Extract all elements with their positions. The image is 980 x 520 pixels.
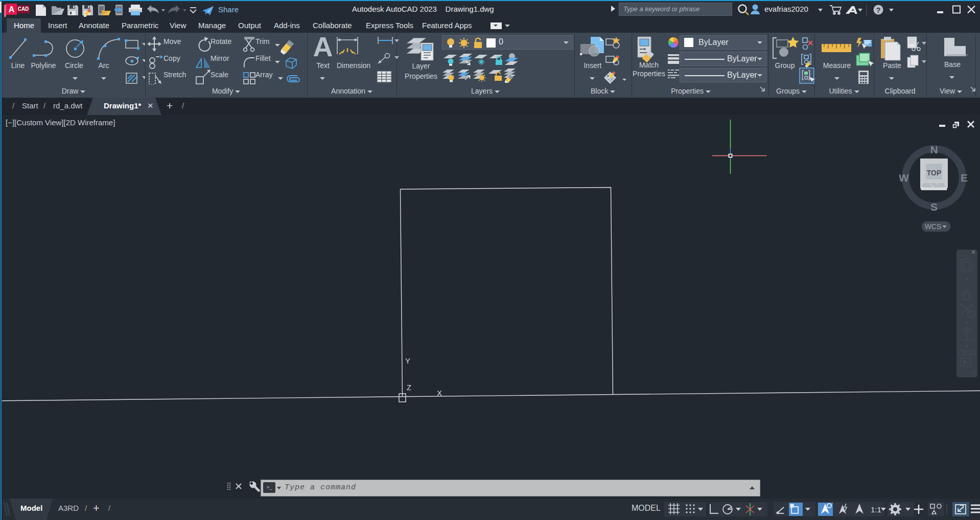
svg-text:N: N <box>930 144 938 155</box>
svg-text:?: ? <box>876 6 881 14</box>
svg-text:W: W <box>899 172 909 184</box>
svg-text:X: X <box>437 389 442 397</box>
svg-text:S: S <box>930 201 938 213</box>
svg-text:E: E <box>961 172 968 184</box>
svg-text:1:1: 1:1 <box>871 505 881 514</box>
svg-text:WCS: WCS <box>925 222 942 231</box>
svg-text:Z: Z <box>407 383 411 392</box>
svg-text:Y: Y <box>405 356 410 365</box>
svg-text:TOP: TOP <box>927 169 942 177</box>
